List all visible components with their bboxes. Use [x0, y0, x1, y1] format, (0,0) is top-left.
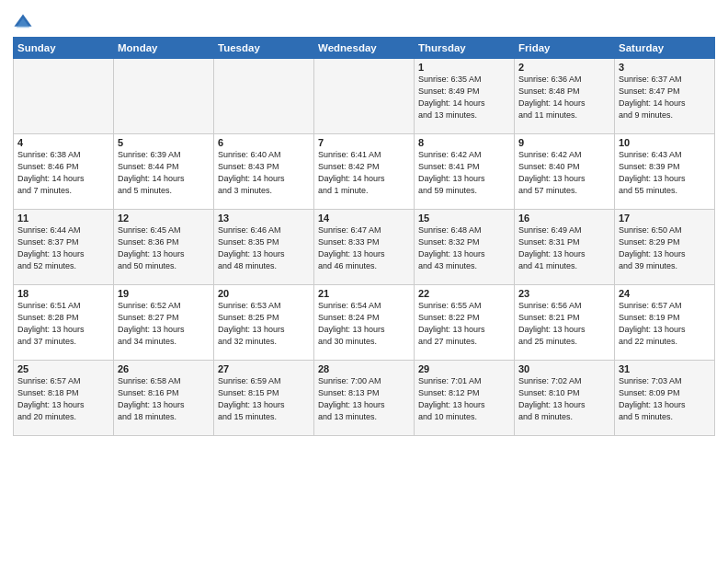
day-number: 24	[619, 288, 711, 299]
day-info: Sunrise: 6:47 AM Sunset: 8:33 PM Dayligh…	[318, 224, 410, 272]
day-info: Sunrise: 6:59 AM Sunset: 8:15 PM Dayligh…	[218, 375, 310, 423]
calendar-cell: 29Sunrise: 7:01 AM Sunset: 8:12 PM Dayli…	[415, 361, 515, 436]
calendar-cell	[314, 59, 415, 134]
day-info: Sunrise: 6:45 AM Sunset: 8:36 PM Dayligh…	[118, 224, 210, 272]
logo-icon	[13, 13, 33, 33]
day-info: Sunrise: 6:54 AM Sunset: 8:24 PM Dayligh…	[318, 300, 410, 348]
calendar-cell: 23Sunrise: 6:56 AM Sunset: 8:21 PM Dayli…	[515, 285, 615, 361]
day-number: 13	[218, 213, 310, 224]
calendar-cell: 19Sunrise: 6:52 AM Sunset: 8:27 PM Dayli…	[114, 285, 214, 361]
day-info: Sunrise: 6:39 AM Sunset: 8:44 PM Dayligh…	[118, 149, 210, 197]
day-info: Sunrise: 7:03 AM Sunset: 8:09 PM Dayligh…	[619, 375, 711, 423]
day-number: 26	[118, 363, 210, 374]
day-info: Sunrise: 6:56 AM Sunset: 8:21 PM Dayligh…	[518, 300, 610, 348]
day-info: Sunrise: 6:43 AM Sunset: 8:39 PM Dayligh…	[619, 149, 711, 197]
day-info: Sunrise: 6:57 AM Sunset: 8:18 PM Dayligh…	[17, 375, 109, 423]
day-number: 30	[518, 363, 610, 374]
day-number: 29	[418, 363, 510, 374]
day-info: Sunrise: 6:55 AM Sunset: 8:22 PM Dayligh…	[418, 300, 510, 348]
day-info: Sunrise: 6:42 AM Sunset: 8:40 PM Dayligh…	[518, 149, 610, 197]
calendar-cell: 14Sunrise: 6:47 AM Sunset: 8:33 PM Dayli…	[314, 210, 415, 285]
calendar-cell: 3Sunrise: 6:37 AM Sunset: 8:47 PM Daylig…	[615, 59, 715, 134]
day-number: 25	[17, 363, 109, 374]
header-cell-monday: Monday	[114, 38, 214, 59]
day-number: 22	[418, 288, 510, 299]
calendar-cell: 25Sunrise: 6:57 AM Sunset: 8:18 PM Dayli…	[14, 361, 114, 436]
day-number: 28	[318, 363, 410, 374]
header-cell-thursday: Thursday	[415, 38, 515, 59]
week-row-1: 4Sunrise: 6:38 AM Sunset: 8:46 PM Daylig…	[14, 134, 715, 210]
day-number: 23	[518, 288, 610, 299]
calendar-cell: 7Sunrise: 6:41 AM Sunset: 8:42 PM Daylig…	[314, 134, 415, 210]
day-info: Sunrise: 6:52 AM Sunset: 8:27 PM Dayligh…	[118, 300, 210, 348]
calendar-cell: 27Sunrise: 6:59 AM Sunset: 8:15 PM Dayli…	[214, 361, 314, 436]
day-number: 1	[418, 62, 510, 73]
calendar-header: SundayMondayTuesdayWednesdayThursdayFrid…	[14, 38, 715, 59]
calendar-cell: 16Sunrise: 6:49 AM Sunset: 8:31 PM Dayli…	[515, 210, 615, 285]
day-info: Sunrise: 6:38 AM Sunset: 8:46 PM Dayligh…	[17, 149, 109, 197]
day-info: Sunrise: 6:37 AM Sunset: 8:47 PM Dayligh…	[619, 74, 711, 121]
calendar-cell: 2Sunrise: 6:36 AM Sunset: 8:48 PM Daylig…	[515, 59, 615, 134]
day-number: 27	[218, 363, 310, 374]
calendar-cell: 9Sunrise: 6:42 AM Sunset: 8:40 PM Daylig…	[515, 134, 615, 210]
calendar-cell: 24Sunrise: 6:57 AM Sunset: 8:19 PM Dayli…	[615, 285, 715, 361]
day-info: Sunrise: 6:42 AM Sunset: 8:41 PM Dayligh…	[418, 149, 510, 197]
calendar-cell	[214, 59, 314, 134]
day-number: 2	[518, 62, 610, 73]
header-row-days: SundayMondayTuesdayWednesdayThursdayFrid…	[14, 38, 715, 59]
day-info: Sunrise: 7:02 AM Sunset: 8:10 PM Dayligh…	[518, 375, 610, 423]
calendar-cell: 22Sunrise: 6:55 AM Sunset: 8:22 PM Dayli…	[415, 285, 515, 361]
header-cell-tuesday: Tuesday	[214, 38, 314, 59]
calendar-cell: 12Sunrise: 6:45 AM Sunset: 8:36 PM Dayli…	[114, 210, 214, 285]
day-number: 15	[418, 213, 510, 224]
day-info: Sunrise: 7:00 AM Sunset: 8:13 PM Dayligh…	[318, 375, 410, 423]
calendar-cell	[114, 59, 214, 134]
day-number: 8	[418, 137, 510, 148]
calendar-cell	[14, 59, 114, 134]
calendar-cell: 6Sunrise: 6:40 AM Sunset: 8:43 PM Daylig…	[214, 134, 314, 210]
day-number: 20	[218, 288, 310, 299]
day-number: 14	[318, 213, 410, 224]
day-number: 10	[619, 137, 711, 148]
calendar-cell: 30Sunrise: 7:02 AM Sunset: 8:10 PM Dayli…	[515, 361, 615, 436]
day-number: 17	[619, 213, 711, 224]
calendar-cell: 5Sunrise: 6:39 AM Sunset: 8:44 PM Daylig…	[114, 134, 214, 210]
week-row-3: 18Sunrise: 6:51 AM Sunset: 8:28 PM Dayli…	[14, 285, 715, 361]
week-row-4: 25Sunrise: 6:57 AM Sunset: 8:18 PM Dayli…	[14, 361, 715, 436]
header-row	[13, 9, 715, 33]
week-row-2: 11Sunrise: 6:44 AM Sunset: 8:37 PM Dayli…	[14, 210, 715, 285]
calendar-cell: 4Sunrise: 6:38 AM Sunset: 8:46 PM Daylig…	[14, 134, 114, 210]
calendar-cell: 11Sunrise: 6:44 AM Sunset: 8:37 PM Dayli…	[14, 210, 114, 285]
calendar-cell: 21Sunrise: 6:54 AM Sunset: 8:24 PM Dayli…	[314, 285, 415, 361]
header-cell-friday: Friday	[515, 38, 615, 59]
day-number: 21	[318, 288, 410, 299]
day-info: Sunrise: 6:44 AM Sunset: 8:37 PM Dayligh…	[17, 224, 109, 272]
day-info: Sunrise: 6:35 AM Sunset: 8:49 PM Dayligh…	[418, 74, 510, 121]
day-number: 18	[17, 288, 109, 299]
header-cell-saturday: Saturday	[615, 38, 715, 59]
calendar-body: 1Sunrise: 6:35 AM Sunset: 8:49 PM Daylig…	[14, 59, 715, 436]
day-info: Sunrise: 6:50 AM Sunset: 8:29 PM Dayligh…	[619, 224, 711, 272]
day-number: 9	[518, 137, 610, 148]
day-info: Sunrise: 6:51 AM Sunset: 8:28 PM Dayligh…	[17, 300, 109, 348]
calendar-cell: 20Sunrise: 6:53 AM Sunset: 8:25 PM Dayli…	[214, 285, 314, 361]
day-info: Sunrise: 6:46 AM Sunset: 8:35 PM Dayligh…	[218, 224, 310, 272]
calendar-cell: 13Sunrise: 6:46 AM Sunset: 8:35 PM Dayli…	[214, 210, 314, 285]
day-info: Sunrise: 6:40 AM Sunset: 8:43 PM Dayligh…	[218, 149, 310, 197]
day-number: 19	[118, 288, 210, 299]
day-number: 31	[619, 363, 711, 374]
calendar-cell: 8Sunrise: 6:42 AM Sunset: 8:41 PM Daylig…	[415, 134, 515, 210]
day-info: Sunrise: 6:41 AM Sunset: 8:42 PM Dayligh…	[318, 149, 410, 197]
logo	[13, 13, 35, 33]
week-row-0: 1Sunrise: 6:35 AM Sunset: 8:49 PM Daylig…	[14, 59, 715, 134]
calendar-cell: 28Sunrise: 7:00 AM Sunset: 8:13 PM Dayli…	[314, 361, 415, 436]
calendar-cell: 1Sunrise: 6:35 AM Sunset: 8:49 PM Daylig…	[415, 59, 515, 134]
day-number: 4	[17, 137, 109, 148]
day-info: Sunrise: 6:36 AM Sunset: 8:48 PM Dayligh…	[518, 74, 610, 121]
calendar-cell: 10Sunrise: 6:43 AM Sunset: 8:39 PM Dayli…	[615, 134, 715, 210]
day-number: 11	[17, 213, 109, 224]
day-info: Sunrise: 6:53 AM Sunset: 8:25 PM Dayligh…	[218, 300, 310, 348]
day-number: 7	[318, 137, 410, 148]
day-number: 5	[118, 137, 210, 148]
day-number: 12	[118, 213, 210, 224]
